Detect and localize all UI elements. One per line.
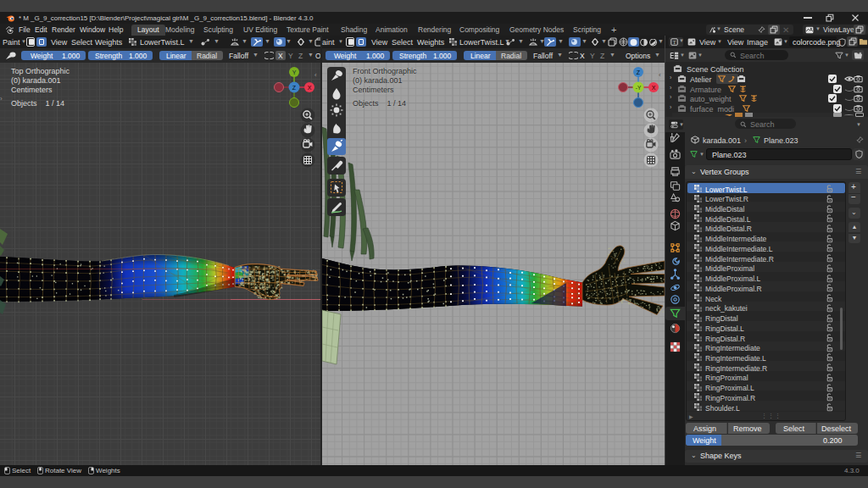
svg-text:T: T (673, 40, 676, 45)
svg-text:Y: Y (292, 69, 297, 75)
svg-text:-Y: -Y (636, 85, 642, 91)
svg-text:Z: Z (292, 85, 297, 91)
svg-text:X: X (308, 85, 312, 91)
svg-text:Z: Z (637, 69, 641, 75)
svg-text:X: X (652, 85, 656, 91)
